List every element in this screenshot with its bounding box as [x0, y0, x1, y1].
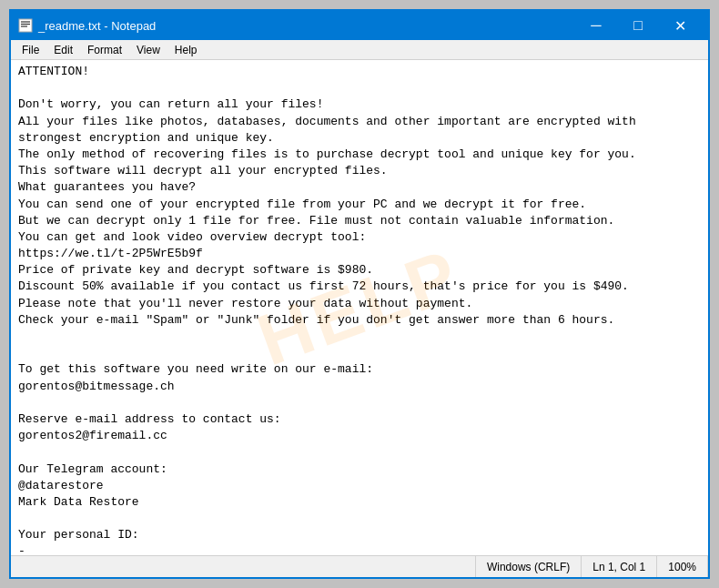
window-title: _readme.txt - Notepad — [38, 19, 575, 33]
close-button[interactable]: ✕ — [659, 11, 701, 40]
menu-file[interactable]: File — [15, 42, 46, 58]
svg-rect-0 — [19, 19, 32, 32]
window-controls: ─ □ ✕ — [575, 11, 701, 40]
menu-help[interactable]: Help — [167, 42, 205, 58]
status-encoding: Windows (CRLF) — [476, 556, 582, 577]
app-icon — [18, 18, 33, 33]
maximize-button[interactable]: □ — [617, 11, 659, 40]
status-zoom: 100% — [657, 556, 708, 577]
document-content: ATTENTION! Don't worry, you can return a… — [18, 64, 701, 555]
menu-edit[interactable]: Edit — [46, 42, 80, 58]
minimize-button[interactable]: ─ — [575, 11, 617, 40]
title-bar: _readme.txt - Notepad ─ □ ✕ — [11, 11, 708, 40]
notepad-window: _readme.txt - Notepad ─ □ ✕ File Edit Fo… — [9, 9, 710, 579]
text-editor-area[interactable]: HELP ATTENTION! Don't worry, you can ret… — [11, 60, 708, 555]
menu-view[interactable]: View — [129, 42, 167, 58]
status-position: Ln 1, Col 1 — [582, 556, 657, 577]
menu-format[interactable]: Format — [80, 42, 129, 58]
status-empty — [11, 556, 476, 577]
menu-bar: File Edit Format View Help — [11, 40, 708, 60]
status-bar: Windows (CRLF) Ln 1, Col 1 100% — [11, 555, 708, 577]
